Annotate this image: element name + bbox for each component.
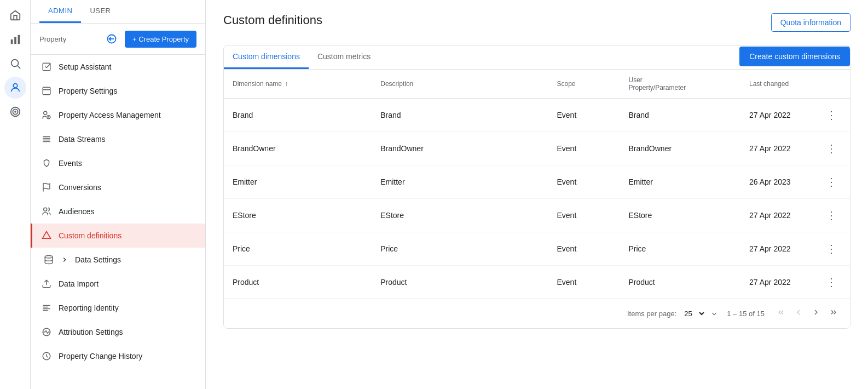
sidebar-item-data-import[interactable]: Data Import bbox=[31, 272, 205, 296]
cell-user-property: Product bbox=[620, 266, 741, 299]
sidebar-item-label: Data Streams bbox=[59, 135, 106, 144]
data-streams-icon bbox=[41, 134, 52, 145]
svg-rect-1 bbox=[14, 37, 16, 44]
property-label: Property bbox=[39, 35, 66, 43]
cell-action: ⋮ bbox=[813, 132, 850, 165]
row-more-button[interactable]: ⋮ bbox=[821, 106, 841, 124]
audiences-icon bbox=[41, 206, 52, 217]
sidebar-item-property-access[interactable]: Property Access Management bbox=[31, 103, 205, 127]
cell-scope: Event bbox=[548, 99, 620, 132]
sidebar-item-label: Property Settings bbox=[59, 87, 117, 95]
col-header-scope: Scope bbox=[548, 70, 620, 99]
cell-user-property: EStore bbox=[620, 199, 741, 232]
svg-point-5 bbox=[13, 84, 17, 88]
sidebar-item-label: Custom definitions bbox=[59, 231, 121, 240]
table-row: Price Price Event Price 27 Apr 2022 ⋮ bbox=[224, 232, 850, 266]
sidebar-item-audiences[interactable]: Audiences bbox=[31, 199, 205, 224]
setup-assistant-icon bbox=[41, 61, 52, 72]
page-title: Custom definitions bbox=[223, 13, 322, 27]
property-row: Property + Create Property bbox=[31, 24, 205, 55]
items-per-page-label: Items per page: bbox=[627, 310, 676, 318]
main-content: Custom definitions Quota information Cus… bbox=[206, 0, 868, 389]
cell-last-changed: 27 Apr 2022 bbox=[740, 266, 813, 299]
svg-point-8 bbox=[15, 111, 16, 112]
tab-custom-dimensions[interactable]: Custom dimensions bbox=[224, 45, 309, 69]
quota-information-button[interactable]: Quota information bbox=[771, 13, 850, 32]
svg-point-21 bbox=[44, 208, 47, 211]
sidebar-item-attribution-settings[interactable]: Attribution Settings bbox=[31, 320, 205, 344]
svg-line-4 bbox=[18, 66, 20, 68]
sidebar-item-custom-definitions[interactable]: Custom definitions bbox=[31, 224, 205, 248]
row-more-button[interactable]: ⋮ bbox=[821, 273, 841, 291]
next-page-button[interactable] bbox=[808, 306, 824, 322]
row-more-button[interactable]: ⋮ bbox=[821, 140, 841, 157]
create-property-button[interactable]: + Create Property bbox=[125, 31, 196, 48]
audience-icon[interactable] bbox=[4, 77, 26, 99]
back-button[interactable] bbox=[103, 30, 120, 48]
events-icon bbox=[41, 158, 52, 169]
table-row: EStore EStore Event EStore 27 Apr 2022 ⋮ bbox=[224, 199, 850, 232]
svg-point-23 bbox=[45, 256, 53, 259]
col-header-last-changed: Last changed bbox=[740, 70, 813, 99]
sidebar-item-label: Property Access Management bbox=[59, 111, 161, 119]
cell-dimension-name: Product bbox=[224, 266, 372, 299]
svg-point-14 bbox=[44, 111, 47, 115]
per-page-select[interactable]: 25 50 100 bbox=[681, 308, 706, 319]
cell-last-changed: 27 Apr 2022 bbox=[740, 232, 813, 266]
items-per-page: Items per page: 25 50 100 bbox=[627, 308, 718, 319]
sidebar-item-setup-assistant[interactable]: Setup Assistant bbox=[31, 55, 205, 79]
sidebar-item-conversions[interactable]: Conversions bbox=[31, 175, 205, 199]
col-header-user-property: UserProperty/Parameter bbox=[620, 70, 741, 99]
sort-icon: ↑ bbox=[285, 80, 288, 88]
home-icon[interactable] bbox=[4, 4, 26, 26]
sidebar-nav: Setup Assistant Property Settings Proper… bbox=[31, 55, 205, 368]
bar-chart-icon[interactable] bbox=[4, 28, 26, 50]
content-tab-group: Custom dimensions Custom metrics bbox=[224, 45, 379, 69]
tab-admin[interactable]: ADMIN bbox=[39, 0, 81, 23]
row-more-button[interactable]: ⋮ bbox=[821, 173, 841, 191]
property-settings-icon bbox=[41, 85, 52, 96]
table-row: Brand Brand Event Brand 27 Apr 2022 ⋮ bbox=[224, 99, 850, 132]
cell-description: EStore bbox=[372, 199, 548, 232]
cell-dimension-name: EStore bbox=[224, 199, 372, 232]
custom-definitions-container: Custom dimensions Custom metrics Create … bbox=[223, 45, 850, 329]
cell-action: ⋮ bbox=[813, 99, 850, 132]
cell-description: Emitter bbox=[372, 165, 548, 199]
sidebar-item-data-settings[interactable]: Data Settings bbox=[31, 248, 205, 272]
row-more-button[interactable]: ⋮ bbox=[821, 207, 841, 224]
sidebar-item-data-streams[interactable]: Data Streams bbox=[31, 127, 205, 151]
search-analytics-icon[interactable] bbox=[4, 53, 26, 75]
prev-page-button[interactable] bbox=[791, 306, 806, 322]
sidebar-item-property-settings[interactable]: Property Settings bbox=[31, 79, 205, 103]
custom-dimensions-table: Dimension name ↑ Description Scope UserP… bbox=[224, 70, 850, 299]
cell-description: Product bbox=[372, 266, 548, 299]
attribution-settings-icon bbox=[41, 327, 52, 337]
sidebar: ADMIN USER Property + Create Property Se… bbox=[31, 0, 206, 389]
tab-custom-metrics[interactable]: Custom metrics bbox=[309, 45, 379, 69]
pagination-row: Items per page: 25 50 100 1 – 15 of 15 bbox=[224, 299, 850, 328]
data-import-icon bbox=[41, 278, 52, 289]
svg-rect-11 bbox=[43, 63, 50, 71]
col-header-dimension-name: Dimension name ↑ bbox=[224, 70, 372, 99]
sidebar-item-property-change-history[interactable]: Property Change History bbox=[31, 344, 205, 368]
sidebar-item-label: Attribution Settings bbox=[59, 328, 123, 336]
svg-point-3 bbox=[11, 60, 18, 67]
table-row: BrandOwner BrandOwner Event BrandOwner 2… bbox=[224, 132, 850, 165]
conversions-icon bbox=[41, 182, 52, 193]
dropdown-icon bbox=[710, 310, 718, 318]
target-icon[interactable] bbox=[4, 101, 26, 123]
sidebar-item-events[interactable]: Events bbox=[31, 151, 205, 175]
sidebar-item-label: Setup Assistant bbox=[59, 62, 112, 71]
cell-scope: Event bbox=[548, 165, 620, 199]
sidebar-item-label: Property Change History bbox=[59, 352, 142, 361]
first-page-button[interactable] bbox=[773, 306, 789, 322]
cell-dimension-name: Price bbox=[224, 232, 372, 266]
last-page-button[interactable] bbox=[826, 306, 841, 322]
cell-description: Price bbox=[372, 232, 548, 266]
create-custom-dimensions-button[interactable]: Create custom dimensions bbox=[739, 47, 850, 66]
sidebar-item-reporting-identity[interactable]: Reporting Identity bbox=[31, 296, 205, 320]
tab-user[interactable]: USER bbox=[81, 0, 119, 23]
cell-last-changed: 27 Apr 2022 bbox=[740, 199, 813, 232]
row-more-button[interactable]: ⋮ bbox=[821, 240, 841, 258]
content-tab-bar: Custom dimensions Custom metrics Create … bbox=[224, 45, 850, 70]
